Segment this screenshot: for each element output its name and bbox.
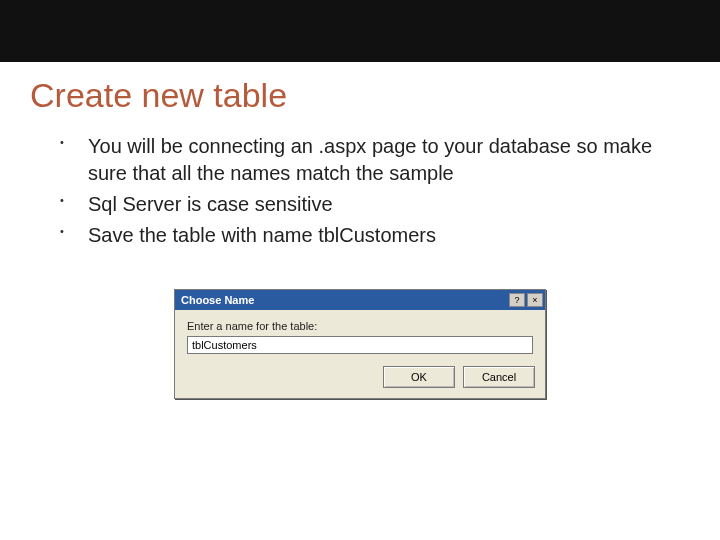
table-name-input[interactable] [187,336,533,354]
ok-button[interactable]: OK [383,366,455,388]
input-wrap [187,336,533,354]
close-icon[interactable]: × [527,293,543,307]
bullet-item: You will be connecting an .aspx page to … [88,133,690,187]
slide-content: Create new table You will be connecting … [0,62,720,399]
dialog-title: Choose Name [181,294,507,306]
slide-title: Create new table [30,76,690,115]
bullet-item: Sql Server is case sensitive [88,191,690,218]
dialog-container: Choose Name ? × Enter a name for the tab… [30,289,690,399]
help-icon[interactable]: ? [509,293,525,307]
dialog-prompt: Enter a name for the table: [187,320,533,332]
bullet-item: Save the table with name tblCustomers [88,222,690,249]
dialog-titlebar[interactable]: Choose Name ? × [175,290,545,310]
cancel-button[interactable]: Cancel [463,366,535,388]
choose-name-dialog: Choose Name ? × Enter a name for the tab… [174,289,546,399]
top-bar [0,0,720,62]
dialog-body: Enter a name for the table: [175,310,545,360]
bullet-list: You will be connecting an .aspx page to … [30,133,690,249]
dialog-button-row: OK Cancel [175,360,545,398]
